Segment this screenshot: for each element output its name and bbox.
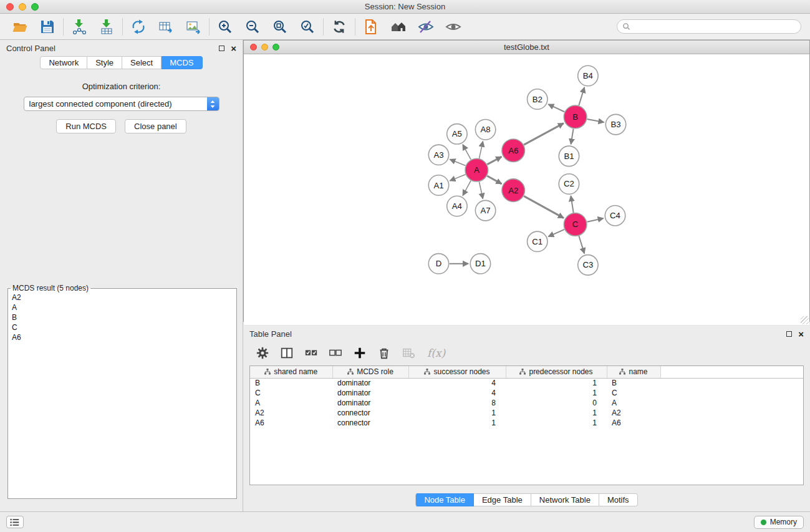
node-A5[interactable]: A5 — [447, 124, 467, 144]
show-columns-button[interactable] — [279, 345, 295, 361]
tab-node-table[interactable]: Node Table — [415, 493, 474, 506]
tab-network[interactable]: Network — [40, 56, 87, 69]
edge-A6-B[interactable] — [524, 123, 564, 145]
close-panel-icon[interactable]: × — [231, 46, 236, 51]
edge-B-B2[interactable] — [548, 104, 564, 112]
node-A2[interactable]: A2 — [502, 179, 525, 202]
edge-A-A2[interactable] — [487, 176, 501, 184]
select-all-button[interactable] — [303, 345, 319, 361]
node-D1[interactable]: D1 — [470, 254, 490, 274]
edge-A-A6[interactable] — [487, 157, 501, 164]
node-C4[interactable]: C4 — [605, 205, 625, 225]
run-mcds-button[interactable]: Run MCDS — [56, 119, 116, 133]
edge-B-B4[interactable] — [579, 87, 584, 105]
node-B4[interactable]: B4 — [578, 65, 598, 85]
node-C1[interactable]: C1 — [528, 231, 547, 251]
ndex-home-button[interactable] — [385, 16, 412, 37]
open-file-button[interactable] — [6, 16, 34, 37]
tab-motifs[interactable]: Motifs — [599, 493, 638, 506]
edge-A-A5[interactable] — [463, 145, 471, 160]
zoom-window-button[interactable] — [31, 3, 39, 11]
tab-mcds[interactable]: MCDS — [162, 56, 202, 69]
save-session-button[interactable] — [34, 16, 61, 37]
tab-select[interactable]: Select — [122, 56, 162, 69]
table-row[interactable]: Adominator80A — [250, 398, 803, 408]
resize-grip[interactable] — [801, 316, 809, 324]
column-header[interactable]: shared name — [250, 366, 332, 378]
import-table-button[interactable] — [93, 16, 120, 37]
tab-edge-table[interactable]: Edge Table — [474, 493, 531, 506]
node-D[interactable]: D — [428, 254, 448, 274]
column-header[interactable]: predecessor nodes — [506, 366, 607, 378]
apply-layout-button[interactable] — [325, 16, 353, 37]
node-A3[interactable]: A3 — [428, 145, 448, 165]
edge-C-C4[interactable] — [587, 218, 603, 222]
close-panel-button[interactable]: Close panel — [125, 119, 186, 133]
table-settings-button[interactable] — [254, 345, 271, 361]
network-canvas[interactable]: ABCA2A6A1A3A4A5A7A8B1B2B3B4C1C2C3C4DD1 — [244, 54, 809, 325]
tab-style[interactable]: Style — [87, 56, 122, 69]
import-network-button[interactable] — [65, 16, 93, 37]
export-network-button[interactable] — [125, 16, 152, 37]
network-graph[interactable]: ABCA2A6A1A3A4A5A7A8B1B2B3B4C1C2C3C4DD1 — [244, 54, 809, 325]
delete-column-button[interactable] — [376, 345, 392, 361]
node-A6[interactable]: A6 — [502, 139, 525, 162]
edge-A-A1[interactable] — [450, 175, 465, 181]
node-B3[interactable]: B3 — [605, 114, 625, 134]
mcds-result-item[interactable]: A6 — [8, 332, 236, 342]
optimization-criterion-select[interactable]: largest connected component (directed) — [24, 97, 219, 111]
mcds-result-item[interactable]: A2 — [8, 293, 236, 302]
show-panels-button[interactable] — [6, 516, 24, 528]
mcds-result-item[interactable]: B — [8, 312, 236, 322]
function-builder-button[interactable]: f(x) — [425, 347, 445, 359]
node-C3[interactable]: C3 — [578, 255, 598, 275]
node-A1[interactable]: A1 — [428, 175, 448, 195]
node-B1[interactable]: B1 — [559, 146, 579, 166]
tab-network-table[interactable]: Network Table — [531, 493, 599, 506]
export-image-button[interactable] — [180, 16, 207, 37]
node-A[interactable]: A — [465, 158, 488, 181]
float-table-panel-icon[interactable] — [786, 331, 792, 337]
close-window-button[interactable] — [6, 3, 14, 11]
zoom-out-button[interactable] — [239, 16, 266, 37]
table-row[interactable]: A2connector11A2 — [250, 408, 803, 418]
zoom-in-button[interactable] — [211, 16, 239, 37]
delete-table-button[interactable] — [400, 345, 417, 361]
network-minimize-button[interactable] — [261, 44, 268, 51]
edge-A-A8[interactable] — [479, 142, 483, 158]
edge-C-C1[interactable] — [548, 230, 564, 237]
search-input[interactable] — [633, 22, 796, 31]
table-row[interactable]: Cdominator41C — [250, 388, 803, 398]
show-hide-graphics-button[interactable] — [440, 16, 467, 37]
node-B[interactable]: B — [564, 105, 587, 128]
network-zoom-button[interactable] — [272, 44, 279, 51]
ndex-import-button[interactable] — [357, 16, 385, 37]
minimize-window-button[interactable] — [19, 3, 26, 11]
edge-B-B3[interactable] — [587, 119, 604, 122]
node-C[interactable]: C — [564, 213, 587, 236]
zoom-fit-button[interactable] — [266, 16, 294, 37]
add-column-button[interactable] — [352, 345, 368, 361]
node-C2[interactable]: C2 — [559, 174, 579, 194]
edge-C-C2[interactable] — [571, 196, 573, 213]
edge-A-A4[interactable] — [463, 181, 471, 196]
close-table-panel-icon[interactable]: × — [798, 331, 804, 337]
zoom-selected-button[interactable] — [294, 16, 321, 37]
column-header[interactable]: name — [607, 366, 660, 378]
edge-A-A7[interactable] — [479, 181, 483, 198]
float-panel-icon[interactable] — [219, 46, 224, 51]
mcds-result-item[interactable]: C — [8, 322, 236, 332]
edge-A-A3[interactable] — [450, 159, 465, 165]
node-A4[interactable]: A4 — [447, 196, 467, 216]
edge-C-C3[interactable] — [579, 236, 584, 253]
memory-button[interactable]: Memory — [754, 516, 804, 529]
node-B2[interactable]: B2 — [528, 89, 547, 109]
node-A8[interactable]: A8 — [475, 119, 495, 139]
table-row[interactable]: Bdominator41B — [250, 378, 803, 388]
deselect-all-button[interactable] — [327, 345, 344, 361]
table-row[interactable]: A6connector11A6 — [250, 418, 803, 428]
column-header[interactable]: MCDS role — [332, 366, 408, 378]
network-close-button[interactable] — [250, 44, 257, 51]
column-header[interactable]: successor nodes — [408, 366, 506, 378]
mcds-result-item[interactable]: A — [8, 302, 236, 312]
